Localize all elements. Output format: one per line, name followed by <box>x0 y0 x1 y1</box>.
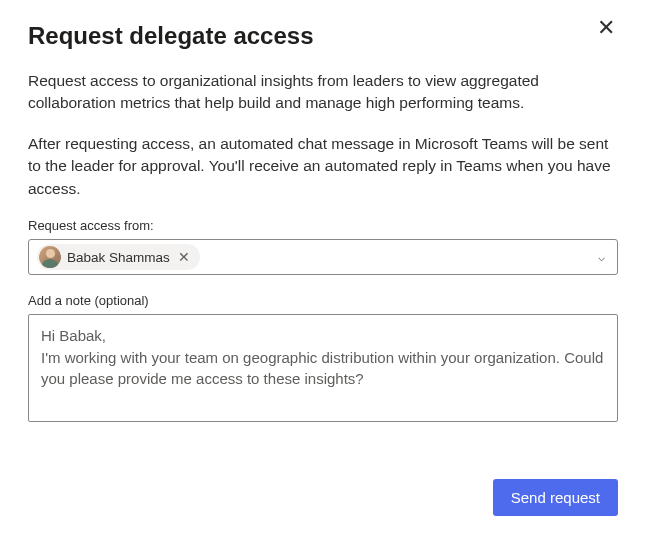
dialog-description-1: Request access to organizational insight… <box>28 70 618 115</box>
access-from-label: Request access from: <box>28 218 618 233</box>
dialog-title: Request delegate access <box>28 22 618 50</box>
chip-name: Babak Shammas <box>67 250 170 265</box>
close-button[interactable]: ✕ <box>590 12 622 44</box>
close-icon: ✕ <box>597 15 615 41</box>
chevron-down-icon: ⌵ <box>598 250 609 264</box>
send-request-button[interactable]: Send request <box>493 479 618 516</box>
chip-remove-button[interactable]: ✕ <box>176 249 192 265</box>
note-label: Add a note (optional) <box>28 293 618 308</box>
dialog-footer: Send request <box>493 479 618 516</box>
avatar <box>39 246 61 268</box>
dialog-description-2: After requesting access, an automated ch… <box>28 133 618 200</box>
remove-icon: ✕ <box>178 249 190 265</box>
person-chip[interactable]: Babak Shammas ✕ <box>37 244 200 270</box>
access-from-picker[interactable]: Babak Shammas ✕ ⌵ <box>28 239 618 275</box>
note-textarea[interactable]: Hi Babak, I'm working with your team on … <box>28 314 618 421</box>
